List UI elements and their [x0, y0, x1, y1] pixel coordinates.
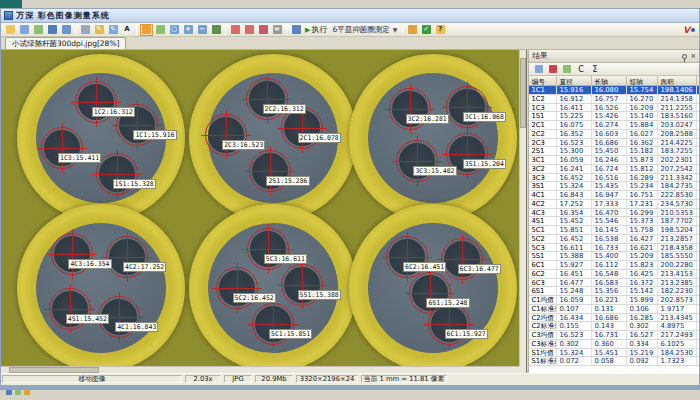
dish-1[interactable]: 1C2:16.3121C1:15.9161C3:15.4111S1:15.328	[17, 54, 185, 222]
import-image-icon[interactable]	[18, 24, 31, 36]
table-row[interactable]: 3C216.24116.72415.812207.2542	[529, 165, 699, 174]
table-row[interactable]: 4C217.25217.33317.231234.5730	[529, 200, 699, 209]
zoom-lens-icon[interactable]: ○	[168, 24, 181, 36]
text-label-icon[interactable]: A	[121, 24, 134, 36]
help-icon[interactable]: ?	[434, 24, 447, 36]
table-row[interactable]: 6S115.24815.35615.142182.2230	[529, 287, 699, 296]
save-all-icon[interactable]	[60, 24, 73, 36]
dish-2[interactable]: 2C2:16.3122C1:16.0782C3:16.5232S1:15.286	[189, 54, 357, 222]
table-row[interactable]: C2标准差0.1550.1430.3024.8975	[529, 322, 699, 331]
pen-edit-icon[interactable]: ✎	[93, 24, 106, 36]
zone-label: 4S1:15.452	[66, 314, 109, 324]
dish-3[interactable]: 3C2:16.2813C1:16.0683C3:15.4023S1:15.204	[349, 54, 517, 222]
column-header-2[interactable]: 长轴	[592, 76, 627, 85]
row-value: 17.252	[557, 200, 592, 208]
column-header-1[interactable]: 直径	[557, 76, 592, 85]
table-row[interactable]: C2均值16.43416.68616.285213.4345	[529, 314, 699, 323]
crosshair-icon	[226, 110, 227, 160]
table-row[interactable]: 1S115.22515.42615.140183.5160	[529, 112, 699, 121]
pin-icon[interactable]	[682, 54, 687, 59]
table-row[interactable]: 4C316.35416.47016.299210.5353	[529, 209, 699, 218]
table-row[interactable]: 3S115.32415.43515.234184.2735	[529, 182, 699, 191]
table-row[interactable]: 1C316.41116.52616.209211.2255	[529, 104, 699, 113]
row-value: 0.302	[627, 322, 658, 330]
task-selector-dropdown[interactable]: 6平皿抑菌圈测定▼	[332, 25, 397, 35]
measure-flag3-icon[interactable]	[257, 24, 270, 36]
close-icon[interactable]: ×	[690, 53, 696, 60]
vertical-scrollbar-thumb[interactable]	[520, 58, 526, 128]
measure-flag2-icon[interactable]	[243, 24, 256, 36]
table-row[interactable]: 6C316.47716.58316.372213.2385	[529, 279, 699, 288]
table-row[interactable]: 4C116.84316.94716.751222.8530	[529, 191, 699, 200]
clear-icon[interactable]: C	[575, 64, 586, 75]
settings-icon[interactable]	[406, 24, 419, 36]
taskbar-icon[interactable]	[24, 390, 30, 395]
print-icon[interactable]	[79, 24, 92, 36]
table-row[interactable]: 3C116.05916.24615.873202.2301	[529, 156, 699, 165]
table-row[interactable]: 5S115.38815.40015.209185.5550	[529, 252, 699, 261]
petri-dish-image[interactable]: 1C2:16.3121C1:15.9161C3:15.4111S1:15.328…	[1, 50, 522, 366]
table-row[interactable]: C3标准差0.3020.3600.3346.1025	[529, 340, 699, 349]
table-row[interactable]: S1均值15.32415.45115.219184.2530	[529, 349, 699, 358]
table-row[interactable]: S1标准差0.0720.0580.0921.7323	[529, 357, 699, 366]
calibrate-icon[interactable]	[561, 64, 572, 75]
capture-monitor-icon[interactable]	[290, 24, 303, 36]
table-row[interactable]: 2S115.30015.45015.182183.7255	[529, 147, 699, 156]
column-header-4[interactable]: 面积	[658, 76, 697, 85]
table-row[interactable]: 1C115.91616.08015.754198.1406	[529, 86, 699, 95]
delete-result-icon[interactable]	[547, 64, 558, 75]
column-header-3[interactable]: 短轴	[627, 76, 658, 85]
table-row[interactable]: 6C115.92716.11215.823200.2280	[529, 261, 699, 270]
table-row[interactable]: C3均值16.52316.73116.527217.2493	[529, 331, 699, 340]
dish-6[interactable]: 6C2:16.4516C3:16.4776S1:15.2486C1:15.927	[349, 204, 517, 366]
table-row[interactable]: 2C316.52316.68616.362214.4225	[529, 139, 699, 148]
title-bar[interactable]: 万深 彩色图像测量系统	[1, 9, 699, 23]
table-row[interactable]: 4S115.45215.54615.373187.7702	[529, 217, 699, 226]
table-row[interactable]: 2C116.07516.27415.884203.0247	[529, 121, 699, 130]
image-tab[interactable]: 小试绿脓杆菌300dpi.jpg[28%]	[5, 37, 126, 49]
row-value: 203.0247	[658, 121, 697, 129]
horizontal-scrollbar[interactable]	[1, 366, 522, 373]
save-icon[interactable]	[46, 24, 59, 36]
region-select-icon[interactable]	[154, 24, 167, 36]
zoom-fit-icon[interactable]	[210, 24, 223, 36]
image-canvas[interactable]: 1C2:16.3121C1:15.9161C3:15.4111S1:15.328…	[1, 50, 527, 373]
horizontal-scrollbar-thumb[interactable]	[9, 367, 99, 373]
vertical-scrollbar[interactable]	[519, 50, 526, 366]
taskbar-icon[interactable]	[6, 390, 12, 395]
taskbar-icon[interactable]	[15, 390, 21, 395]
table-row[interactable]: 6C216.45116.54816.425213.4153	[529, 270, 699, 279]
hand-move-icon[interactable]	[140, 24, 153, 36]
dish-5[interactable]: 5C3:16.6115C2:16.4525S1:15.3885C1:15.851	[189, 204, 357, 366]
table-row[interactable]: 2C216.35216.60316.027208.2588	[529, 130, 699, 139]
row-value: 0.058	[592, 357, 627, 365]
row-value: 16.299	[627, 209, 658, 217]
table-row[interactable]: 3C316.45216.51616.289211.3342	[529, 174, 699, 183]
taskbar-icons[interactable]	[6, 390, 30, 395]
zone-label: 1C1:15.916	[133, 130, 176, 140]
row-id: 5C1	[529, 226, 557, 234]
confirm-icon[interactable]: ✓	[420, 24, 433, 36]
zoom-in-icon[interactable]: +	[182, 24, 195, 36]
row-id: 2C3	[529, 139, 557, 147]
open-folder-icon[interactable]	[4, 24, 17, 36]
row-id: 1C2	[529, 95, 557, 103]
table-row[interactable]: C1均值16.05916.22115.899202.8573	[529, 296, 699, 305]
table-row[interactable]: 1C216.91216.75716.270214.1358	[529, 95, 699, 104]
zoom-out-icon[interactable]: −	[196, 24, 209, 36]
copy-image-icon[interactable]	[32, 24, 45, 36]
export-results-icon[interactable]	[533, 64, 544, 75]
column-header-0[interactable]: 编号	[529, 76, 557, 85]
table-row[interactable]: 5C216.45216.53816.427213.2857	[529, 235, 699, 244]
dish-4[interactable]: 4C3:16.3544C2:17.2524S1:15.4524C1:16.843	[17, 204, 185, 366]
row-id: 1C1	[529, 86, 557, 94]
save-icon	[48, 25, 57, 34]
execute-button[interactable]: ▶执行	[305, 24, 327, 35]
table-row[interactable]: 5C316.61116.73316.621218.4358	[529, 244, 699, 253]
measure-flag1-icon[interactable]	[229, 24, 242, 36]
annotate-icon[interactable]: ✎	[107, 24, 120, 36]
sum-icon[interactable]: Σ	[589, 64, 600, 75]
link-icon[interactable]: ∞	[271, 24, 284, 36]
table-row[interactable]: 5C115.85116.14515.758198.5204	[529, 226, 699, 235]
table-row[interactable]: C1标准差0.1070.1310.1061.9717	[529, 305, 699, 314]
